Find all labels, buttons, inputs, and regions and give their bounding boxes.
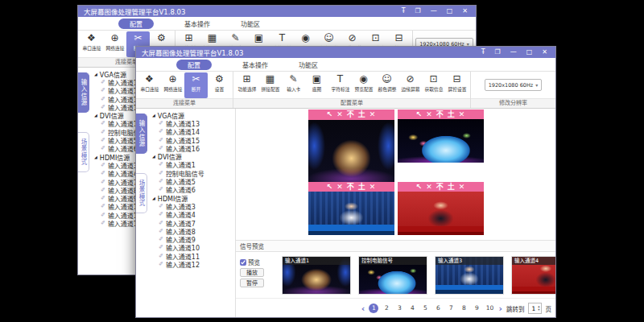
overlay-icon[interactable]: ↖	[416, 111, 423, 118]
overlay-icon[interactable]: ✕	[369, 111, 376, 118]
next-page-icon[interactable]: ›	[498, 304, 502, 313]
tree-row[interactable]: ✐ 输入通道1	[147, 161, 235, 169]
window-titlebar[interactable]: 大屏幕图像处理管理平台V1.8.03 Ŧ ❐ — □ ✕	[78, 6, 476, 17]
tree-row[interactable]: ✐ 输入通道6	[147, 186, 235, 194]
tree-row[interactable]: ✐ 输入通道11	[147, 252, 235, 260]
tree-row[interactable]: ✐ 输入通道9	[147, 235, 235, 243]
overlay-icon[interactable]: ✕	[336, 184, 343, 191]
overlay-icon[interactable]: 土	[358, 184, 365, 191]
preview-thumbnail[interactable]: 控制电脑信号	[358, 256, 427, 295]
page-number[interactable]: 8	[459, 303, 469, 313]
preview-checkbox[interactable]	[240, 259, 246, 266]
video-cell[interactable]: ↖ ✕ 不 土 ✕	[398, 109, 484, 182]
preview-thumbnail[interactable]: 输入通道1	[282, 256, 351, 295]
app-window-foreground[interactable]: 大屏幕图像处理管理平台V1.8.03 Ŧ ❐ — □ ✕ 配置 基本操作 功能区…	[135, 46, 556, 318]
tree-row[interactable]: ✐ 输入通道5	[147, 177, 235, 185]
overlay-icon[interactable]: ✕	[459, 111, 465, 118]
video-cell[interactable]: ↖ ✕ 不 土 ✕	[308, 109, 394, 182]
tree-row[interactable]: ✐ 输入通道4	[147, 211, 235, 219]
ribbon-tab[interactable]: 配置	[176, 60, 212, 70]
side-tab[interactable]: 场景模式	[136, 173, 147, 213]
page-number[interactable]: 9	[472, 303, 481, 313]
page-number[interactable]: 5	[420, 303, 430, 313]
overlay-icon[interactable]: 不	[347, 111, 354, 118]
side-tab[interactable]: 输入信源	[136, 114, 147, 154]
ribbon-tab[interactable]: 功能区	[241, 19, 260, 28]
close-button[interactable]: ✕	[542, 49, 547, 56]
window-titlebar[interactable]: 大屏幕图像处理管理平台V1.8.03 Ŧ ❐ — □ ✕	[136, 47, 555, 58]
toolbar-button[interactable]: ⊟ 屏控设置	[445, 72, 469, 98]
toolbar-button[interactable]: ⊕ 网络连接	[161, 72, 184, 98]
toolbar-button[interactable]: ❖ 串口连接	[138, 72, 161, 98]
toolbar-button[interactable]: T 字符标注	[328, 72, 352, 98]
overlay-icon[interactable]: 不	[347, 184, 354, 191]
tree-row[interactable]: ✐ 输入通道13	[147, 119, 235, 127]
overlay-icon[interactable]: ✕	[426, 111, 432, 118]
overlay-icon[interactable]: 土	[358, 111, 365, 118]
preview-checkbox-row[interactable]: 预览	[240, 258, 277, 266]
overlay-icon[interactable]: ✕	[369, 184, 376, 191]
tree-row[interactable]: ✐ 控制电脑信号	[147, 169, 235, 177]
toolbar-button[interactable]: ✂ 断开	[184, 72, 208, 98]
tree-row[interactable]: ◢ HDMI信源	[147, 194, 235, 202]
play-button[interactable]: 播放	[240, 268, 264, 277]
tree-row[interactable]: ✐ 输入通道10	[147, 244, 235, 252]
tree-row[interactable]: ◢ DVI信源	[147, 152, 235, 160]
theme-icon[interactable]: ❐	[495, 49, 501, 56]
tree-row[interactable]: ◢ VGA信源	[147, 111, 235, 119]
page-number[interactable]: 4	[407, 303, 417, 313]
overlay-icon[interactable]: ↖	[327, 111, 333, 118]
page-number[interactable]: 1	[369, 303, 378, 313]
page-number[interactable]: 3	[394, 303, 404, 313]
page-number[interactable]: 6	[433, 303, 443, 313]
maximize-button[interactable]: □	[526, 49, 533, 56]
toolbar-button[interactable]: ⊘ 边缘屏幕	[398, 72, 422, 98]
overlay-icon[interactable]: 不	[436, 111, 444, 118]
toolbar-button[interactable]: ▦ 拼接配置	[258, 72, 282, 98]
toolbar-button[interactable]: ▣ 底图	[305, 72, 328, 98]
ribbon-tab[interactable]: 配置	[118, 19, 154, 29]
side-tab[interactable]: 输入信源	[78, 72, 89, 113]
toolbar-button[interactable]: ⊞ 功能选择	[235, 72, 258, 98]
ribbon-tab[interactable]: 基本操作	[242, 60, 268, 69]
toolbar-button[interactable]: ⊡ 获取信息	[422, 72, 445, 98]
spinner-arrows-icon[interactable]: ▴▾	[537, 305, 540, 312]
page-number[interactable]: 10	[485, 303, 494, 313]
pin-icon[interactable]: Ŧ	[481, 49, 485, 56]
close-button[interactable]: ✕	[462, 8, 468, 14]
minimize-button[interactable]: —	[431, 8, 437, 14]
pin-icon[interactable]: Ŧ	[402, 8, 406, 14]
page-jump-input[interactable]: 1 ▴▾	[528, 303, 541, 314]
tree-row[interactable]: ✐ 输入通道8	[147, 227, 235, 235]
tree-row[interactable]: ✐ 输入通道3	[147, 202, 235, 210]
preview-thumbnail[interactable]: 输入通道4	[511, 256, 555, 295]
minimize-button[interactable]: —	[510, 49, 517, 56]
tree-row[interactable]: ✐ 输入通道14	[147, 128, 235, 136]
toolbar-button[interactable]: ☺ 颜色调整	[375, 72, 398, 98]
prev-page-icon[interactable]: ‹	[361, 304, 365, 313]
video-cell[interactable]: ↖ ✕ 不 土 ✕	[398, 182, 484, 235]
overlay-icon[interactable]: 土	[448, 184, 455, 191]
toolbar-button[interactable]: ◉ 预览配置	[352, 72, 375, 98]
side-tab[interactable]: 场景模式	[78, 132, 89, 172]
toolbar-button[interactable]: ❖ 串口连接	[80, 31, 103, 57]
overlay-icon[interactable]: 不	[436, 184, 444, 191]
pause-button[interactable]: 暂停	[240, 279, 264, 287]
page-number[interactable]: 2	[382, 303, 391, 313]
overlay-icon[interactable]: ✕	[426, 184, 432, 191]
resolution-select[interactable]: 1920x1080 60Hz ▾	[485, 79, 543, 91]
overlay-icon[interactable]: 土	[448, 111, 455, 118]
tree-row[interactable]: ✐ 输入通道12	[147, 260, 235, 268]
page-number[interactable]: 7	[446, 303, 456, 313]
theme-icon[interactable]: ❐	[415, 8, 421, 14]
maximize-button[interactable]: □	[447, 8, 453, 14]
ribbon-tab[interactable]: 基本操作	[184, 19, 210, 28]
tree-row[interactable]: ✐ 输入通道16	[147, 144, 235, 152]
toolbar-button[interactable]: ⊕ 网络连接	[103, 31, 126, 57]
toolbar-button[interactable]: ⚙ 设置	[208, 72, 231, 98]
overlay-icon[interactable]: ↖	[327, 184, 333, 191]
overlay-icon[interactable]: ✕	[459, 184, 465, 191]
toolbar-button[interactable]: ✎ 输入卡	[282, 72, 305, 98]
ribbon-tab[interactable]: 功能区	[299, 60, 318, 69]
video-cell[interactable]: ↖ ✕ 不 土 ✕	[308, 182, 394, 235]
